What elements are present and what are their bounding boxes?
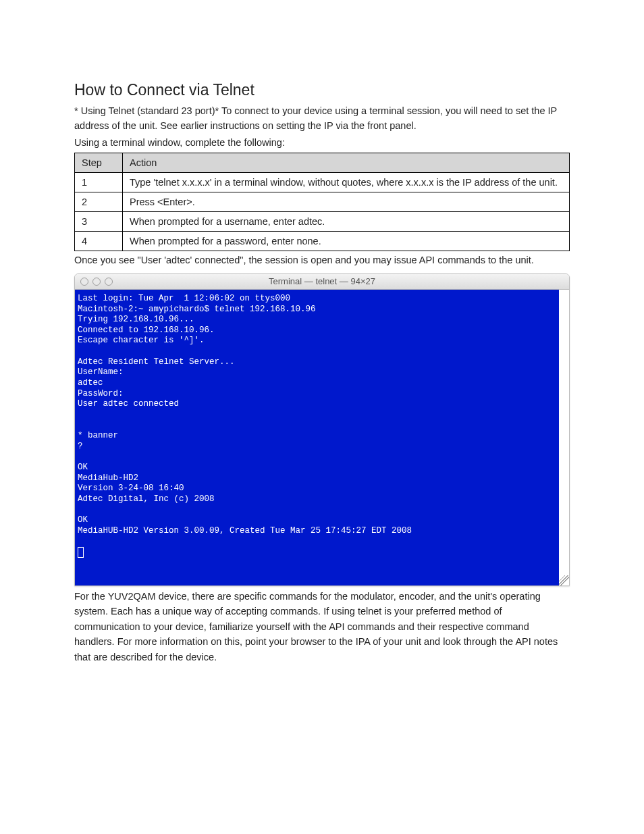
intro-paragraph: * Using Telnet (standard 23 port)* To co…: [74, 103, 570, 134]
zoom-icon[interactable]: [105, 278, 113, 286]
resize-handle-icon[interactable]: [559, 575, 569, 585]
closing-paragraph: For the YUV2QAM device, there are specif…: [74, 589, 570, 664]
cell-step: 1: [75, 173, 123, 192]
table-row: 2 Press <Enter>.: [75, 192, 570, 212]
terminal-window: Terminal — telnet — 94×27 Last login: Tu…: [74, 273, 570, 586]
cell-step: 4: [75, 232, 123, 251]
table-row: 4 When prompted for a password, enter no…: [75, 232, 570, 251]
traffic-light-buttons: [75, 278, 113, 286]
table-header-row: Step Action: [75, 153, 570, 173]
table-row: 1 Type 'telnet x.x.x.x' in a terminal wi…: [75, 173, 570, 192]
cursor-icon: [78, 547, 84, 558]
page-title: How to Connect via Telnet: [74, 81, 570, 99]
terminal-text: Last login: Tue Apr 1 12:06:02 on ttys00…: [78, 294, 412, 536]
close-icon[interactable]: [80, 278, 88, 286]
cell-step: 2: [75, 192, 123, 212]
cell-step: 3: [75, 212, 123, 232]
cell-action: Type 'telnet x.x.x.x' in a terminal wind…: [123, 173, 570, 192]
terminal-output[interactable]: Last login: Tue Apr 1 12:06:02 on ttys00…: [75, 290, 559, 585]
cell-action: Press <Enter>.: [123, 192, 570, 212]
cell-action: When prompted for a password, enter none…: [123, 232, 570, 251]
intro-paragraph-2: Using a terminal window, complete the fo…: [74, 135, 570, 150]
terminal-body-wrap: Last login: Tue Apr 1 12:06:02 on ttys00…: [75, 290, 569, 585]
terminal-title: Terminal — telnet — 94×27: [75, 276, 569, 286]
table-row: 3 When prompted for a username, enter ad…: [75, 212, 570, 232]
cell-action: When prompted for a username, enter adte…: [123, 212, 570, 232]
document-page: How to Connect via Telnet * Using Telnet…: [0, 0, 644, 706]
header-step: Step: [75, 153, 123, 173]
minimize-icon[interactable]: [92, 278, 101, 286]
header-action: Action: [123, 153, 570, 173]
terminal-titlebar: Terminal — telnet — 94×27: [75, 274, 569, 290]
after-table-paragraph: Once you see "User 'adtec' connected", t…: [74, 253, 570, 267]
scrollbar[interactable]: [559, 290, 569, 585]
steps-table: Step Action 1 Type 'telnet x.x.x.x' in a…: [74, 153, 570, 251]
